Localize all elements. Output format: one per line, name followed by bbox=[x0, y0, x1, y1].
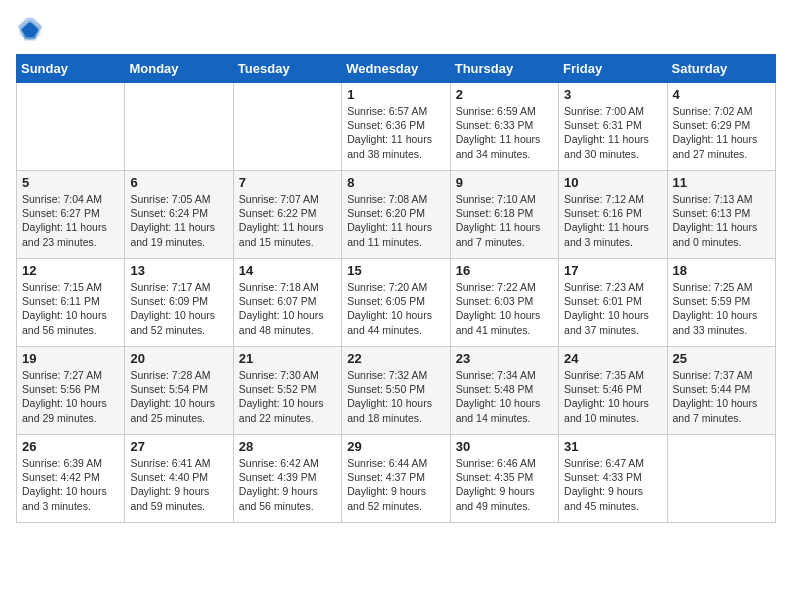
day-details: Sunrise: 7:12 AMSunset: 6:16 PMDaylight:… bbox=[564, 193, 649, 248]
day-details: Sunrise: 7:02 AMSunset: 6:29 PMDaylight:… bbox=[673, 105, 758, 160]
calendar-week-row: 19Sunrise: 7:27 AMSunset: 5:56 PMDayligh… bbox=[17, 347, 776, 435]
day-number: 12 bbox=[22, 263, 119, 278]
calendar-cell: 15Sunrise: 7:20 AMSunset: 6:05 PMDayligh… bbox=[342, 259, 450, 347]
weekday-header: Tuesday bbox=[233, 55, 341, 83]
day-number: 8 bbox=[347, 175, 444, 190]
day-number: 11 bbox=[673, 175, 770, 190]
calendar-cell: 30Sunrise: 6:46 AMSunset: 4:35 PMDayligh… bbox=[450, 435, 558, 523]
day-details: Sunrise: 6:47 AMSunset: 4:33 PMDaylight:… bbox=[564, 457, 644, 512]
day-details: Sunrise: 6:41 AMSunset: 4:40 PMDaylight:… bbox=[130, 457, 210, 512]
day-number: 29 bbox=[347, 439, 444, 454]
day-number: 21 bbox=[239, 351, 336, 366]
day-details: Sunrise: 6:46 AMSunset: 4:35 PMDaylight:… bbox=[456, 457, 536, 512]
day-number: 10 bbox=[564, 175, 661, 190]
day-number: 15 bbox=[347, 263, 444, 278]
calendar-cell: 3Sunrise: 7:00 AMSunset: 6:31 PMDaylight… bbox=[559, 83, 667, 171]
weekday-header: Friday bbox=[559, 55, 667, 83]
day-details: Sunrise: 7:25 AMSunset: 5:59 PMDaylight:… bbox=[673, 281, 758, 336]
day-number: 31 bbox=[564, 439, 661, 454]
day-details: Sunrise: 7:08 AMSunset: 6:20 PMDaylight:… bbox=[347, 193, 432, 248]
day-number: 23 bbox=[456, 351, 553, 366]
day-details: Sunrise: 6:59 AMSunset: 6:33 PMDaylight:… bbox=[456, 105, 541, 160]
day-number: 6 bbox=[130, 175, 227, 190]
calendar-cell: 5Sunrise: 7:04 AMSunset: 6:27 PMDaylight… bbox=[17, 171, 125, 259]
calendar-cell: 31Sunrise: 6:47 AMSunset: 4:33 PMDayligh… bbox=[559, 435, 667, 523]
calendar-cell: 4Sunrise: 7:02 AMSunset: 6:29 PMDaylight… bbox=[667, 83, 775, 171]
day-number: 22 bbox=[347, 351, 444, 366]
calendar-cell: 1Sunrise: 6:57 AMSunset: 6:36 PMDaylight… bbox=[342, 83, 450, 171]
calendar-body: 1Sunrise: 6:57 AMSunset: 6:36 PMDaylight… bbox=[17, 83, 776, 523]
calendar-cell bbox=[125, 83, 233, 171]
day-details: Sunrise: 6:57 AMSunset: 6:36 PMDaylight:… bbox=[347, 105, 432, 160]
day-details: Sunrise: 7:04 AMSunset: 6:27 PMDaylight:… bbox=[22, 193, 107, 248]
calendar-cell: 8Sunrise: 7:08 AMSunset: 6:20 PMDaylight… bbox=[342, 171, 450, 259]
calendar-cell: 7Sunrise: 7:07 AMSunset: 6:22 PMDaylight… bbox=[233, 171, 341, 259]
calendar-cell: 13Sunrise: 7:17 AMSunset: 6:09 PMDayligh… bbox=[125, 259, 233, 347]
calendar-cell: 20Sunrise: 7:28 AMSunset: 5:54 PMDayligh… bbox=[125, 347, 233, 435]
calendar-cell: 29Sunrise: 6:44 AMSunset: 4:37 PMDayligh… bbox=[342, 435, 450, 523]
day-details: Sunrise: 7:07 AMSunset: 6:22 PMDaylight:… bbox=[239, 193, 324, 248]
calendar-header: SundayMondayTuesdayWednesdayThursdayFrid… bbox=[17, 55, 776, 83]
day-details: Sunrise: 7:27 AMSunset: 5:56 PMDaylight:… bbox=[22, 369, 107, 424]
day-number: 1 bbox=[347, 87, 444, 102]
day-number: 3 bbox=[564, 87, 661, 102]
day-number: 25 bbox=[673, 351, 770, 366]
day-number: 13 bbox=[130, 263, 227, 278]
day-number: 17 bbox=[564, 263, 661, 278]
weekday-header: Saturday bbox=[667, 55, 775, 83]
calendar-cell bbox=[233, 83, 341, 171]
day-details: Sunrise: 6:39 AMSunset: 4:42 PMDaylight:… bbox=[22, 457, 107, 512]
calendar-cell: 2Sunrise: 6:59 AMSunset: 6:33 PMDaylight… bbox=[450, 83, 558, 171]
day-details: Sunrise: 7:17 AMSunset: 6:09 PMDaylight:… bbox=[130, 281, 215, 336]
day-details: Sunrise: 7:05 AMSunset: 6:24 PMDaylight:… bbox=[130, 193, 215, 248]
weekday-row: SundayMondayTuesdayWednesdayThursdayFrid… bbox=[17, 55, 776, 83]
day-number: 4 bbox=[673, 87, 770, 102]
day-details: Sunrise: 7:22 AMSunset: 6:03 PMDaylight:… bbox=[456, 281, 541, 336]
day-details: Sunrise: 7:28 AMSunset: 5:54 PMDaylight:… bbox=[130, 369, 215, 424]
calendar-cell: 18Sunrise: 7:25 AMSunset: 5:59 PMDayligh… bbox=[667, 259, 775, 347]
calendar-cell: 12Sunrise: 7:15 AMSunset: 6:11 PMDayligh… bbox=[17, 259, 125, 347]
calendar-cell: 16Sunrise: 7:22 AMSunset: 6:03 PMDayligh… bbox=[450, 259, 558, 347]
day-details: Sunrise: 7:13 AMSunset: 6:13 PMDaylight:… bbox=[673, 193, 758, 248]
calendar-cell: 24Sunrise: 7:35 AMSunset: 5:46 PMDayligh… bbox=[559, 347, 667, 435]
calendar-cell: 23Sunrise: 7:34 AMSunset: 5:48 PMDayligh… bbox=[450, 347, 558, 435]
calendar-cell: 25Sunrise: 7:37 AMSunset: 5:44 PMDayligh… bbox=[667, 347, 775, 435]
calendar-cell bbox=[17, 83, 125, 171]
calendar-cell: 9Sunrise: 7:10 AMSunset: 6:18 PMDaylight… bbox=[450, 171, 558, 259]
calendar-table: SundayMondayTuesdayWednesdayThursdayFrid… bbox=[16, 54, 776, 523]
day-number: 26 bbox=[22, 439, 119, 454]
day-details: Sunrise: 7:35 AMSunset: 5:46 PMDaylight:… bbox=[564, 369, 649, 424]
day-details: Sunrise: 7:23 AMSunset: 6:01 PMDaylight:… bbox=[564, 281, 649, 336]
day-number: 14 bbox=[239, 263, 336, 278]
calendar-week-row: 26Sunrise: 6:39 AMSunset: 4:42 PMDayligh… bbox=[17, 435, 776, 523]
day-details: Sunrise: 7:30 AMSunset: 5:52 PMDaylight:… bbox=[239, 369, 324, 424]
calendar-cell bbox=[667, 435, 775, 523]
day-number: 28 bbox=[239, 439, 336, 454]
calendar-cell: 11Sunrise: 7:13 AMSunset: 6:13 PMDayligh… bbox=[667, 171, 775, 259]
day-details: Sunrise: 7:10 AMSunset: 6:18 PMDaylight:… bbox=[456, 193, 541, 248]
calendar-cell: 27Sunrise: 6:41 AMSunset: 4:40 PMDayligh… bbox=[125, 435, 233, 523]
day-number: 27 bbox=[130, 439, 227, 454]
day-number: 7 bbox=[239, 175, 336, 190]
calendar-cell: 21Sunrise: 7:30 AMSunset: 5:52 PMDayligh… bbox=[233, 347, 341, 435]
day-number: 16 bbox=[456, 263, 553, 278]
weekday-header: Sunday bbox=[17, 55, 125, 83]
logo bbox=[16, 16, 48, 44]
weekday-header: Thursday bbox=[450, 55, 558, 83]
day-number: 19 bbox=[22, 351, 119, 366]
day-number: 5 bbox=[22, 175, 119, 190]
calendar-cell: 26Sunrise: 6:39 AMSunset: 4:42 PMDayligh… bbox=[17, 435, 125, 523]
day-details: Sunrise: 6:42 AMSunset: 4:39 PMDaylight:… bbox=[239, 457, 319, 512]
day-number: 2 bbox=[456, 87, 553, 102]
weekday-header: Monday bbox=[125, 55, 233, 83]
weekday-header: Wednesday bbox=[342, 55, 450, 83]
day-number: 18 bbox=[673, 263, 770, 278]
day-details: Sunrise: 7:00 AMSunset: 6:31 PMDaylight:… bbox=[564, 105, 649, 160]
day-number: 9 bbox=[456, 175, 553, 190]
calendar-cell: 28Sunrise: 6:42 AMSunset: 4:39 PMDayligh… bbox=[233, 435, 341, 523]
day-number: 20 bbox=[130, 351, 227, 366]
calendar-cell: 17Sunrise: 7:23 AMSunset: 6:01 PMDayligh… bbox=[559, 259, 667, 347]
logo-icon bbox=[16, 16, 44, 44]
day-details: Sunrise: 6:44 AMSunset: 4:37 PMDaylight:… bbox=[347, 457, 427, 512]
calendar-cell: 19Sunrise: 7:27 AMSunset: 5:56 PMDayligh… bbox=[17, 347, 125, 435]
